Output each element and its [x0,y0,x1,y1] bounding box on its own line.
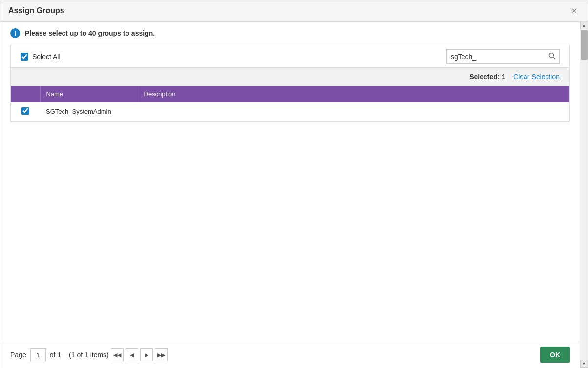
prev-page-button[interactable]: ◀ [126,348,138,361]
col-header-description: Description [138,86,569,102]
first-page-icon: ◀◀ [113,352,121,358]
prev-page-icon: ◀ [130,352,134,358]
table-row: SGTech_SystemAdmin [11,102,569,122]
row-name: SGTech_SystemAdmin [40,102,138,122]
close-button[interactable]: × [568,5,580,16]
row-checkbox-cell [11,102,40,122]
ok-button[interactable]: OK [540,347,570,363]
content-spacer [0,122,580,342]
col-header-checkbox [11,86,40,102]
toolbar-row: Select All [10,45,570,68]
table-body: SGTech_SystemAdmin [11,102,569,122]
row-checkbox[interactable] [21,107,29,115]
next-page-icon: ▶ [145,352,148,358]
selected-count: Selected: 1 [469,73,505,81]
row-description [138,102,569,122]
scrollbar-track: ▲ ▼ [580,22,588,368]
search-container [446,49,560,64]
title-bar: Assign Groups × [0,0,588,22]
last-page-button[interactable]: ▶▶ [155,348,168,361]
scroll-thumb[interactable] [581,30,588,60]
search-icon [548,52,555,59]
select-all-container: Select All [21,53,61,61]
scroll-up-button[interactable]: ▲ [580,22,588,29]
col-header-name: Name [40,86,138,102]
search-icon-button[interactable] [545,50,559,63]
page-total: of 1 [50,351,61,359]
table-container: Name Description SGTech_SystemAdmin [10,86,570,122]
page-label: Page [10,351,26,359]
content-area: i Please select up to 40 groups to assig… [0,22,580,368]
assign-groups-dialog: Assign Groups × i Please select up to 40… [0,0,588,368]
dialog-title: Assign Groups [8,6,64,15]
next-page-button[interactable]: ▶ [140,348,153,361]
last-page-icon: ▶▶ [157,352,165,358]
info-icon: i [10,28,20,38]
scroll-down-button[interactable]: ▼ [580,360,588,368]
page-number-input[interactable] [30,348,46,361]
first-page-button[interactable]: ◀◀ [111,348,124,361]
selected-bar: Selected: 1 Clear Selection [10,68,570,86]
pagination: Page of 1 (1 of 1 items) ◀◀ ◀ ▶ ▶▶ [10,348,168,361]
clear-selection-button[interactable]: Clear Selection [513,73,560,81]
page-items-info: (1 of 1 items) [69,351,109,359]
select-all-checkbox[interactable] [21,53,28,61]
svg-line-1 [553,57,555,59]
table-header: Name Description [11,86,569,102]
main-layout: i Please select up to 40 groups to assig… [0,22,588,368]
info-message: Please select up to 40 groups to assign. [25,29,155,37]
search-input[interactable] [447,50,545,63]
select-all-label: Select All [32,53,61,61]
data-table: Name Description SGTech_SystemAdmin [11,86,569,122]
footer: Page of 1 (1 of 1 items) ◀◀ ◀ ▶ ▶▶ [0,342,580,368]
info-bar: i Please select up to 40 groups to assig… [0,22,580,45]
